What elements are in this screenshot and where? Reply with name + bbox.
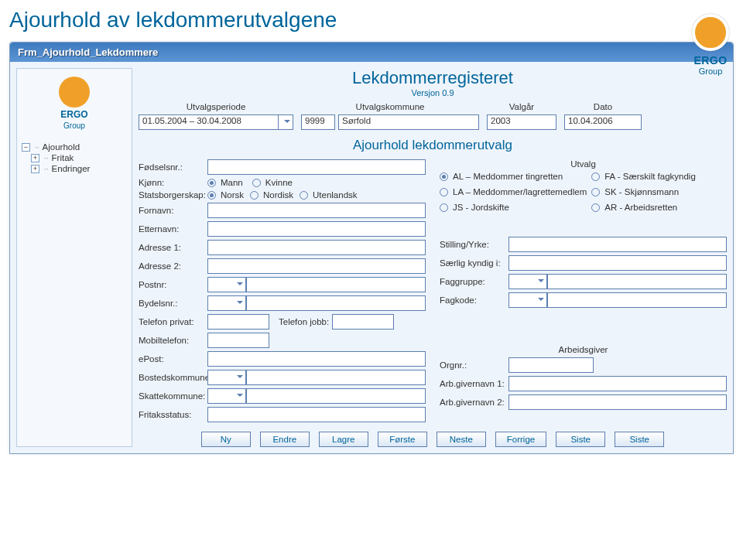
- label-fornavn: Fornavn:: [139, 206, 204, 215]
- brand-sub: Group: [692, 67, 729, 76]
- radio-utenlandsk[interactable]: [300, 191, 308, 200]
- sidebar-brand: ΕRGOGroup: [20, 109, 128, 131]
- brand-name: ΕRGO: [692, 54, 729, 67]
- label-bydel: Bydelsnr.:: [139, 299, 204, 308]
- forrige-button[interactable]: Forrige: [495, 432, 546, 447]
- radio-utvalg-al[interactable]: [440, 172, 448, 181]
- tree-dots-icon: ··: [35, 143, 39, 152]
- label-utvalg: Utvalg: [570, 159, 596, 169]
- label-fritak: Fritaksstatus:: [139, 410, 204, 419]
- postnr-select[interactable]: [207, 277, 246, 292]
- label-dato: Dato: [564, 102, 642, 111]
- stilling-input[interactable]: [508, 237, 727, 252]
- radio-norsk[interactable]: [207, 191, 216, 200]
- label-utenlandsk: Utenlandsk: [313, 190, 358, 200]
- faggruppe-input[interactable]: [547, 274, 727, 289]
- label-faggruppe: Faggruppe:: [440, 277, 505, 286]
- label-kjonn: Kjønn:: [139, 178, 204, 187]
- fornavn-input[interactable]: [207, 203, 426, 218]
- siste-button[interactable]: Siste: [556, 432, 605, 447]
- radio-utvalg-ar[interactable]: [591, 203, 600, 212]
- label-mobil: Mobiltelefon:: [139, 336, 204, 345]
- siste2-button[interactable]: Siste: [615, 432, 664, 447]
- bostednavn-input[interactable]: [246, 370, 426, 385]
- tree-dots-icon: ··: [44, 154, 49, 162]
- label-stilling: Stilling/Yrke:: [440, 240, 505, 249]
- label-telpriv: Telefon privat:: [139, 317, 204, 326]
- kommune-code[interactable]: 9999: [301, 114, 335, 130]
- sidebar-logo-icon: [59, 77, 90, 108]
- poststed-input[interactable]: [246, 277, 426, 292]
- label-adr1: Adresse 1:: [139, 243, 204, 252]
- lagre-button[interactable]: Lagre: [319, 432, 368, 447]
- app-window: Frm_Ajourhold_Lekdommere ΕRGOGroup − ·· …: [9, 42, 734, 454]
- kommune-name[interactable]: Sørfold: [338, 114, 479, 130]
- expand-icon[interactable]: +: [31, 165, 39, 173]
- periode-value: 01.05.2004 – 30.04.2008: [139, 114, 278, 130]
- arbg2-input[interactable]: [508, 394, 727, 410]
- left-sidebar: ΕRGOGroup − ·· Ajourhold + ·· Fritak + ·…: [16, 68, 132, 447]
- label-skatte: Skattekommune:: [139, 391, 204, 401]
- collapse-icon[interactable]: −: [22, 143, 30, 152]
- radio-utvalg-js[interactable]: [440, 203, 448, 212]
- adresse1-input[interactable]: [207, 240, 426, 255]
- bosted-select[interactable]: [207, 370, 246, 385]
- periode-dropdown-icon[interactable]: [278, 114, 293, 130]
- ny-button[interactable]: Ny: [201, 432, 251, 447]
- endre-button[interactable]: Endre: [260, 432, 310, 447]
- epost-input[interactable]: [207, 351, 426, 367]
- label-nordisk: Nordisk: [263, 190, 293, 200]
- expand-icon[interactable]: +: [31, 154, 39, 162]
- tree-item-endringer[interactable]: + ·· Endringer: [29, 163, 128, 174]
- bydel-select[interactable]: [207, 295, 246, 311]
- bydelnavn-input[interactable]: [246, 295, 426, 311]
- valgar-field[interactable]: 2003: [487, 114, 556, 130]
- radio-utvalg-fa[interactable]: [591, 172, 600, 181]
- dato-field[interactable]: 10.04.2006: [564, 114, 642, 130]
- label-adr2: Adresse 2:: [139, 261, 204, 271]
- label-fodselsnr: Fødselsnr.:: [139, 162, 204, 172]
- app-title: Lekdommerregisteret: [139, 68, 727, 88]
- forste-button[interactable]: Første: [378, 432, 427, 447]
- skatte-select[interactable]: [207, 388, 246, 404]
- etternavn-input[interactable]: [207, 221, 426, 237]
- faggruppe-select[interactable]: [508, 274, 547, 289]
- fodselsnr-input[interactable]: [207, 159, 426, 175]
- fagkode-select[interactable]: [508, 292, 547, 308]
- telpriv-input[interactable]: [207, 314, 269, 330]
- nav-tree[interactable]: − ·· Ajourhold + ·· Fritak + ·· Endringe…: [20, 142, 128, 174]
- tree-label: Ajourhold: [43, 142, 80, 152]
- window-titlebar: Frm_Ajourhold_Lekdommere: [10, 43, 733, 62]
- orgnr-input[interactable]: [508, 357, 594, 373]
- adresse2-input[interactable]: [207, 258, 426, 274]
- label-utvalg-js: JS - Jordskifte: [453, 203, 509, 212]
- mobil-input[interactable]: [207, 333, 269, 348]
- radio-utvalg-la[interactable]: [440, 188, 448, 196]
- label-kommune: Utvalgskommune: [301, 102, 479, 111]
- label-arbg1: Arb.givernavn 1:: [440, 379, 505, 388]
- radio-nordisk[interactable]: [250, 191, 259, 200]
- tree-root[interactable]: − ·· Ajourhold: [20, 142, 128, 152]
- neste-button[interactable]: Neste: [437, 432, 486, 447]
- page-title: Ajourhold av lekdommerutvalgene: [0, 0, 743, 37]
- label-teljobb: Telefon jobb:: [279, 317, 329, 326]
- radio-kvinne[interactable]: [252, 179, 261, 187]
- label-stats: Statsborgerskap:: [139, 190, 204, 200]
- tree-dots-icon: ··: [44, 165, 49, 173]
- teljobb-input[interactable]: [332, 314, 394, 330]
- periode-select[interactable]: 01.05.2004 – 30.04.2008: [139, 114, 293, 130]
- label-utvalg-sk: SK - Skjønnsmann: [604, 187, 679, 196]
- radio-utvalg-sk[interactable]: [591, 188, 600, 196]
- skattenavn-input[interactable]: [246, 388, 426, 404]
- label-epost: ePost:: [139, 354, 204, 364]
- fagkode-input[interactable]: [547, 292, 727, 308]
- saerlig-input[interactable]: [508, 255, 727, 271]
- fritak-input[interactable]: [207, 407, 426, 422]
- button-bar: Ny Endre Lagre Første Neste Forrige Sist…: [139, 432, 727, 447]
- tree-item-fritak[interactable]: + ·· Fritak: [29, 152, 128, 163]
- arbg1-input[interactable]: [508, 376, 727, 391]
- label-arbg2: Arb.givernavn 2:: [440, 398, 505, 407]
- radio-mann[interactable]: [207, 179, 216, 187]
- label-mann: Mann: [221, 178, 243, 187]
- label-postnr: Postnr:: [139, 280, 204, 289]
